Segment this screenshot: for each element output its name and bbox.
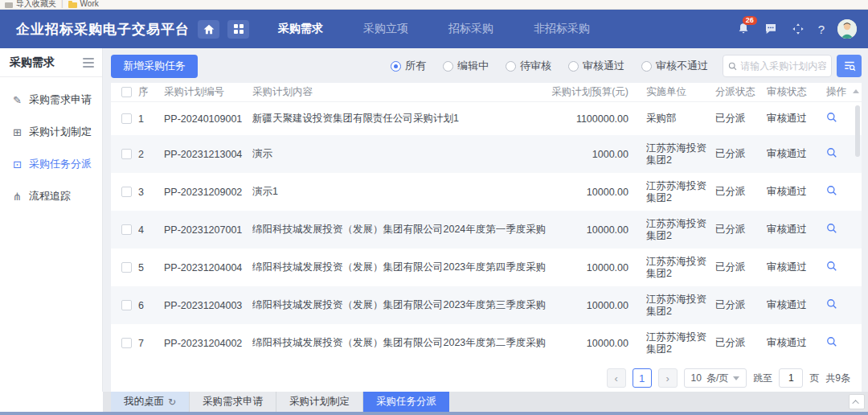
view-detail-button[interactable] <box>826 147 837 158</box>
status-radio[interactable]: 编辑中 <box>443 59 489 73</box>
status-radio[interactable]: 待审核 <box>506 59 551 73</box>
table-row[interactable]: 3 PP-20231209002 演示1 10000.00 江苏苏海投资集团2 … <box>111 173 862 211</box>
bottom-tab[interactable]: 采购计划制定 <box>276 392 363 412</box>
row-dispatch-status: 已分派 <box>715 147 767 161</box>
row-plan-code: PP-20231204003 <box>164 300 252 311</box>
row-unit: 江苏苏海投资集团2 <box>646 294 715 318</box>
chevron-down-icon <box>733 376 739 380</box>
bookmark-import[interactable]: 导入收藏夹 <box>5 0 56 8</box>
bottom-tab[interactable]: 采购任务分派 <box>363 392 449 412</box>
user-avatar[interactable] <box>837 19 857 39</box>
row-seq: 5 <box>138 262 164 273</box>
row-audit-status: 审核通过 <box>767 336 826 350</box>
sidebar-footer-spacer <box>0 392 103 412</box>
bookmark-folder-work[interactable]: Work <box>68 0 99 8</box>
bottom-tab[interactable]: 我的桌面 ↻ <box>111 392 190 412</box>
row-plan-code: PP-20240109001 <box>164 113 252 125</box>
help-button[interactable]: ? <box>818 23 825 36</box>
row-checkbox[interactable] <box>121 262 132 273</box>
current-page-button[interactable]: 1 <box>633 368 652 388</box>
toolbar: 新增采购任务 所有 编辑中 待审核 审核通过 <box>111 54 862 78</box>
app-title: 企业招标采购电子交易平台 <box>16 20 190 39</box>
table-row[interactable]: 7 PP-20231204002 绵阳科技城发展投资（发展）集团有限公司2023… <box>111 324 862 362</box>
top-nav: 企业招标采购电子交易平台 采购需求采购立项招标采购非招标采购 26 <box>0 10 868 48</box>
table-row[interactable]: 4 PP-20231207001 绵阳科技城发展投资（发展）集团有限公司2024… <box>111 211 862 249</box>
view-detail-button[interactable] <box>826 223 837 234</box>
row-checkbox[interactable] <box>121 224 132 235</box>
row-budget: 10000.00 <box>550 187 635 198</box>
sidebar-item[interactable]: ⊡ 采购任务分派 <box>0 148 102 180</box>
sidebar-menu: ✎ 采购需求申请 ⊞ 采购计划制定 ⊡ 采购任务分派 ⋔ 流程追踪 <box>0 77 102 212</box>
select-all-checkbox[interactable] <box>121 87 132 97</box>
row-dispatch-status: 已分派 <box>715 223 767 236</box>
scrollbar-up-arrow[interactable] <box>853 89 859 93</box>
col-budget: 采购计划预算(元) <box>550 85 635 99</box>
magnifier-icon <box>826 147 837 158</box>
status-radio[interactable]: 所有 <box>391 59 426 73</box>
radio-icon <box>568 61 579 72</box>
row-checkbox[interactable] <box>121 187 132 197</box>
row-unit: 江苏苏海投资集团2 <box>646 331 715 355</box>
row-plan-content: 绵阳科技城发展投资（发展）集团有限公司2023年度第三季度采购 <box>252 298 550 312</box>
view-detail-button[interactable] <box>826 336 837 347</box>
page-size-value: 10 <box>691 372 702 384</box>
top-nav-item[interactable]: 非招标采购 <box>534 22 590 36</box>
menu-collapse-icon[interactable] <box>83 58 94 68</box>
sidebar-item[interactable]: ✎ 采购需求申请 <box>0 84 102 116</box>
next-page-button[interactable]: › <box>658 368 678 388</box>
radio-icon <box>443 61 453 72</box>
view-detail-button[interactable] <box>826 185 837 196</box>
row-audit-status: 审核通过 <box>767 223 826 236</box>
notification-badge: 26 <box>743 16 757 25</box>
row-plan-code: PP-20231207001 <box>164 224 252 236</box>
fullscreen-button[interactable] <box>791 22 805 36</box>
row-budget: 10000.00 <box>550 300 635 311</box>
table-row[interactable]: 5 PP-20231204004 绵阳科技城发展投资（发展）集团有限公司2023… <box>111 249 862 286</box>
top-nav-item[interactable]: 招标采购 <box>448 22 493 36</box>
prev-page-button[interactable]: ‹ <box>607 368 626 388</box>
row-audit-status: 审核通过 <box>767 185 826 199</box>
top-nav-item[interactable]: 采购需求 <box>278 22 323 36</box>
row-plan-code: PP-20231204002 <box>164 338 252 349</box>
expand-arrows-icon <box>792 23 805 35</box>
row-plan-content: 绵阳科技城发展投资（发展）集团有限公司2023年度第二季度采购 <box>252 336 550 350</box>
top-nav-actions: 26 ? <box>736 19 857 39</box>
sidebar-item[interactable]: ⋔ 流程追踪 <box>0 180 102 212</box>
search-icon <box>728 61 737 72</box>
apps-grid-icon <box>234 24 244 34</box>
row-checkbox[interactable] <box>121 300 132 310</box>
apps-menu-button[interactable] <box>227 20 249 39</box>
row-unit: 江苏苏海投资集团2 <box>646 218 715 242</box>
view-detail-button[interactable] <box>826 261 837 272</box>
view-detail-button[interactable] <box>826 298 837 310</box>
table-row[interactable]: 6 PP-20231204003 绵阳科技城发展投资（发展）集团有限公司2023… <box>111 286 862 324</box>
jump-page-input[interactable] <box>779 368 803 388</box>
scrollbar-thumb[interactable] <box>855 105 860 157</box>
row-checkbox[interactable] <box>121 113 132 124</box>
messages-button[interactable] <box>764 22 778 36</box>
search-input[interactable] <box>740 60 826 72</box>
advanced-search-button[interactable] <box>837 55 862 77</box>
sidebar-item[interactable]: ⊞ 采购计划制定 <box>0 116 102 148</box>
status-radio[interactable]: 审核通过 <box>568 59 624 73</box>
refresh-icon[interactable]: ↻ <box>168 397 176 408</box>
folder-icon <box>68 2 77 8</box>
home-button[interactable] <box>198 20 219 39</box>
notifications-button[interactable]: 26 <box>736 22 751 36</box>
table-row[interactable]: 2 PP-20231213004 演示 1000.00 江苏苏海投资集团2 已分… <box>111 135 862 173</box>
page-size-select[interactable]: 10 条/页 <box>684 368 747 388</box>
bottom-tab[interactable]: 采购需求申请 <box>190 392 276 412</box>
page-size-unit: 条/页 <box>706 372 728 385</box>
table-row[interactable]: 1 PP-20240109001 新疆天聚建设投资集团有限责任公司采购计划1 1… <box>111 102 862 135</box>
status-filter-group: 所有 编辑中 待审核 审核通过 审核不通过 <box>391 59 708 73</box>
row-unit: 江苏苏海投资集团2 <box>646 142 715 166</box>
top-nav-item[interactable]: 采购立项 <box>363 22 408 36</box>
view-detail-button[interactable] <box>826 112 837 123</box>
collapse-tabbar-button[interactable] <box>849 394 865 409</box>
row-audit-status: 审核通过 <box>767 147 826 161</box>
status-radio[interactable]: 审核不通过 <box>641 59 708 73</box>
row-checkbox[interactable] <box>121 149 132 159</box>
row-checkbox[interactable] <box>121 338 132 348</box>
radio-icon <box>641 61 652 72</box>
add-task-button[interactable]: 新增采购任务 <box>111 55 198 78</box>
